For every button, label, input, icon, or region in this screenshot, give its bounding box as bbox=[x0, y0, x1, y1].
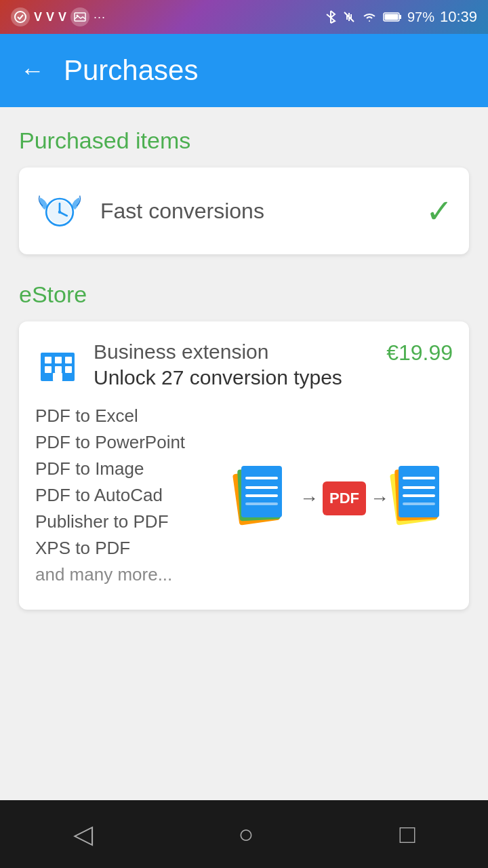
nav-home-button[interactable]: ○ bbox=[239, 820, 254, 849]
app-icon-v3: V bbox=[58, 10, 66, 24]
svg-rect-14 bbox=[55, 357, 62, 363]
purchased-card-left: Fast conversions bbox=[35, 186, 264, 235]
feature-list-left: PDF to Excel PDF to PowerPoint PDF to Im… bbox=[35, 406, 216, 591]
status-bar-right: 97% 10:39 bbox=[325, 8, 477, 26]
nav-back-button[interactable]: ◁ bbox=[73, 819, 93, 849]
output-docs bbox=[393, 465, 453, 532]
battery-icon bbox=[383, 12, 402, 22]
feature-item-4: Publisher to PDF bbox=[35, 511, 216, 532]
page-title: Purchases bbox=[64, 54, 198, 87]
feature-item-2: PDF to Image bbox=[35, 458, 216, 479]
estore-section: eStore bbox=[19, 281, 469, 610]
estore-card[interactable]: Business extension Unlock 27 conversion … bbox=[19, 321, 469, 610]
time: 10:39 bbox=[440, 8, 477, 26]
status-bar: V V V ··· 97% 10:39 bbox=[0, 0, 488, 34]
feature-item-1: PDF to PowerPoint bbox=[35, 432, 216, 453]
nav-bar: ◁ ○ □ bbox=[0, 800, 488, 868]
pdf-badge: PDF bbox=[323, 481, 366, 515]
svg-rect-17 bbox=[55, 366, 62, 373]
svg-rect-15 bbox=[65, 357, 72, 363]
svg-point-0 bbox=[15, 12, 26, 22]
app-icon-image bbox=[70, 7, 89, 26]
purchased-item-name: Fast conversions bbox=[100, 199, 264, 224]
svg-rect-18 bbox=[65, 366, 72, 373]
arrow-from-pdf: → bbox=[370, 488, 389, 509]
nav-recent-button[interactable]: □ bbox=[400, 820, 415, 849]
feature-item-0: PDF to Excel bbox=[35, 406, 216, 427]
feature-list: PDF to Excel PDF to PowerPoint PDF to Im… bbox=[35, 406, 453, 591]
estore-card-header: Business extension Unlock 27 conversion … bbox=[35, 340, 453, 389]
svg-rect-1 bbox=[75, 13, 85, 21]
estore-price[interactable]: €19.99 bbox=[386, 340, 453, 366]
svg-rect-19 bbox=[53, 373, 62, 381]
feature-item-6: and many more... bbox=[35, 564, 216, 585]
app-header: ← Purchases bbox=[0, 34, 488, 107]
overflow-menu[interactable]: ··· bbox=[94, 10, 106, 24]
feature-item-5: XPS to PDF bbox=[35, 538, 216, 559]
estore-card-text: Business extension Unlock 27 conversion … bbox=[94, 340, 342, 389]
fast-conversions-icon bbox=[35, 186, 84, 235]
estore-subtitle: Unlock 27 conversion types bbox=[94, 366, 342, 389]
app-icon-v2: V bbox=[46, 10, 54, 24]
bluetooth-icon bbox=[325, 9, 337, 24]
app-icon-1 bbox=[11, 7, 30, 26]
conversion-visual: → PDF → bbox=[236, 406, 453, 591]
arrow-to-pdf: → bbox=[300, 488, 319, 509]
mute-icon bbox=[342, 10, 356, 24]
purchased-item-card: Fast conversions ✓ bbox=[19, 167, 469, 254]
business-extension-icon bbox=[35, 340, 80, 385]
app-icon-v1: V bbox=[34, 10, 42, 24]
main-content: Purchased items Fast conversions ✓ bbox=[0, 107, 488, 630]
wifi-icon bbox=[361, 11, 378, 23]
svg-point-11 bbox=[58, 211, 62, 214]
feature-item-3: PDF to AutoCad bbox=[35, 485, 216, 506]
purchased-items-heading: Purchased items bbox=[19, 127, 469, 154]
back-button[interactable]: ← bbox=[20, 56, 45, 85]
source-docs bbox=[236, 465, 296, 532]
purchased-checkmark: ✓ bbox=[426, 192, 453, 230]
svg-rect-6 bbox=[384, 14, 398, 20]
svg-rect-16 bbox=[45, 366, 52, 373]
status-bar-left: V V V ··· bbox=[11, 7, 106, 26]
battery-percent: 97% bbox=[407, 9, 434, 25]
estore-title: Business extension bbox=[94, 340, 342, 363]
svg-rect-5 bbox=[399, 15, 401, 19]
estore-heading: eStore bbox=[19, 281, 469, 308]
svg-rect-13 bbox=[45, 357, 52, 363]
estore-card-header-left: Business extension Unlock 27 conversion … bbox=[35, 340, 342, 389]
